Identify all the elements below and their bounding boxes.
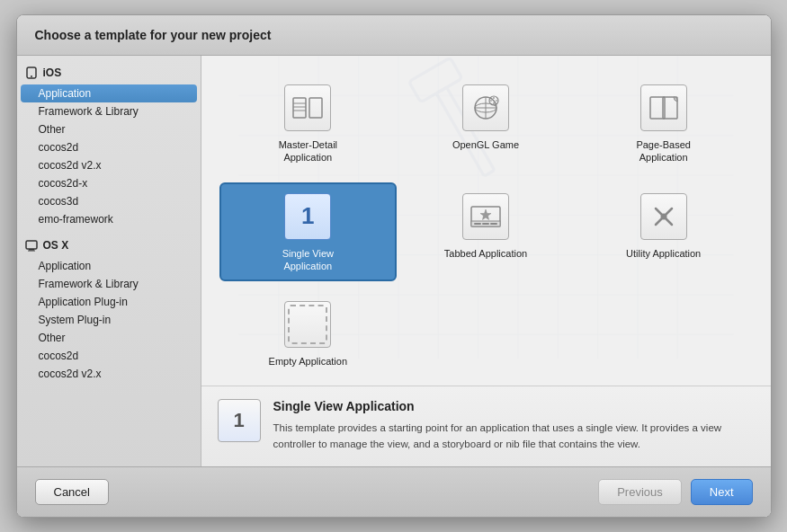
tabbed-icon bbox=[461, 191, 511, 242]
previous-button[interactable]: Previous bbox=[598, 479, 682, 505]
svg-rect-45 bbox=[490, 223, 497, 225]
sidebar-item-osx-cocos2dv2[interactable]: cocos2d v2.x bbox=[17, 365, 201, 383]
template-master-detail[interactable]: Master-Detail Application bbox=[219, 74, 398, 173]
sidebar-item-osx-plugin[interactable]: Application Plug-in bbox=[17, 293, 201, 311]
svg-point-49 bbox=[660, 213, 666, 219]
cancel-button[interactable]: Cancel bbox=[35, 479, 109, 505]
dialog-body: iOS Application Framework & Library Othe… bbox=[17, 56, 771, 466]
sidebar-item-ios-cocos2d[interactable]: cocos2d bbox=[17, 138, 201, 156]
sidebar-item-osx-framework[interactable]: Framework & Library bbox=[17, 275, 201, 293]
templates-grid: Master-Detail Application bbox=[201, 56, 771, 386]
page-based-label: Page-Based Application bbox=[636, 138, 691, 164]
svg-rect-3 bbox=[29, 249, 34, 251]
sidebar-item-osx-other[interactable]: Other bbox=[17, 329, 201, 347]
sidebar-section-osx[interactable]: OS X bbox=[17, 234, 201, 257]
dialog-title: Choose a template for your new project bbox=[17, 15, 771, 56]
footer-right-buttons: Previous Next bbox=[598, 479, 752, 505]
svg-rect-43 bbox=[474, 223, 481, 225]
template-page-based[interactable]: Page-Based Application bbox=[575, 74, 753, 173]
tabbed-label: Tabbed Application bbox=[444, 247, 527, 260]
sidebar: iOS Application Framework & Library Othe… bbox=[17, 56, 201, 466]
next-button[interactable]: Next bbox=[691, 479, 753, 505]
template-utility[interactable]: Utility Application bbox=[575, 182, 753, 282]
page-based-icon bbox=[639, 83, 689, 133]
svg-rect-25 bbox=[293, 98, 306, 118]
template-tabbed[interactable]: Tabbed Application bbox=[397, 182, 575, 282]
osx-icon bbox=[24, 238, 39, 253]
sidebar-item-osx-cocos2d[interactable]: cocos2d bbox=[17, 347, 201, 365]
osx-section-label: OS X bbox=[43, 239, 69, 252]
empty-icon bbox=[282, 299, 333, 350]
template-chooser-dialog: Choose a template for your new project i… bbox=[16, 14, 772, 518]
template-opengl[interactable]: OpenGL Game bbox=[397, 74, 575, 173]
ios-section-label: iOS bbox=[43, 66, 62, 79]
sidebar-item-osx-sysplugin[interactable]: System Plug-in bbox=[17, 311, 201, 329]
content-area: Master-Detail Application bbox=[201, 56, 771, 466]
sidebar-item-ios-application[interactable]: Application bbox=[21, 84, 197, 102]
sidebar-item-ios-cocos3d[interactable]: cocos3d bbox=[17, 192, 201, 210]
description-panel: 1 Single View Application This template … bbox=[201, 386, 771, 466]
sidebar-item-ios-cocos2dv2[interactable]: cocos2d v2.x bbox=[17, 156, 201, 174]
svg-rect-44 bbox=[482, 223, 489, 225]
utility-label: Utility Application bbox=[626, 247, 701, 260]
template-empty[interactable]: Empty Application bbox=[219, 290, 398, 377]
single-view-label: Single View Application bbox=[282, 247, 334, 273]
description-text: Single View Application This template pr… bbox=[273, 399, 755, 452]
opengl-icon bbox=[461, 83, 511, 133]
sidebar-item-ios-framework[interactable]: Framework & Library bbox=[17, 102, 201, 120]
template-single-view[interactable]: 1 Single View Application bbox=[219, 182, 398, 282]
empty-label: Empty Application bbox=[269, 355, 347, 368]
opengl-label: OpenGL Game bbox=[452, 138, 519, 151]
empty-dashed-box bbox=[288, 305, 327, 344]
dialog-footer: Cancel Previous Next bbox=[17, 466, 771, 517]
single-view-icon: 1 bbox=[282, 191, 333, 242]
master-detail-label: Master-Detail Application bbox=[279, 138, 337, 164]
sidebar-item-ios-emo[interactable]: emo-framework bbox=[17, 210, 201, 228]
sidebar-item-osx-application[interactable]: Application bbox=[17, 257, 201, 275]
description-title: Single View Application bbox=[273, 399, 755, 413]
svg-point-1 bbox=[31, 75, 32, 77]
sidebar-item-ios-other[interactable]: Other bbox=[17, 120, 201, 138]
svg-rect-26 bbox=[309, 98, 322, 118]
sidebar-item-ios-cocos2dx[interactable]: cocos2d-x bbox=[17, 174, 201, 192]
svg-rect-2 bbox=[26, 241, 37, 249]
description-icon: 1 bbox=[218, 399, 261, 442]
master-detail-icon bbox=[282, 83, 333, 133]
utility-icon bbox=[639, 191, 689, 242]
svg-rect-4 bbox=[28, 251, 35, 252]
svg-marker-46 bbox=[480, 209, 491, 220]
description-body: This template provides a starting point … bbox=[273, 421, 755, 452]
sidebar-section-ios[interactable]: iOS bbox=[17, 61, 201, 84]
ios-icon bbox=[24, 66, 39, 80]
